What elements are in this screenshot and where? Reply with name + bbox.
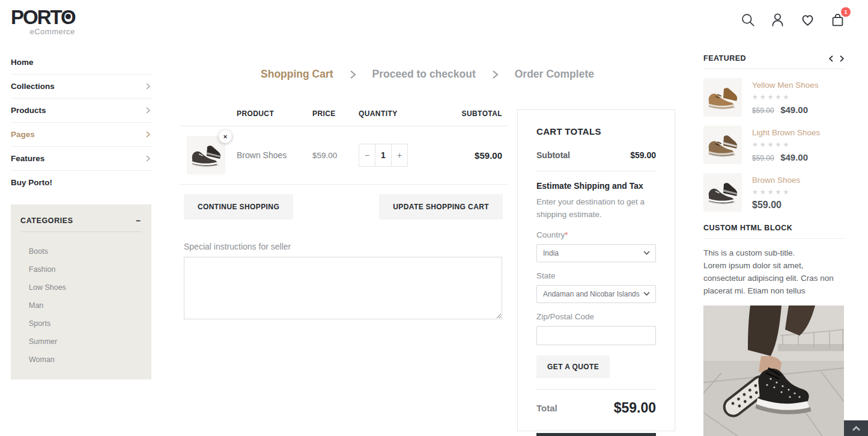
chevron-right-icon xyxy=(350,70,356,79)
step-shopping-cart[interactable]: Shopping Cart xyxy=(261,68,333,81)
sidebar-item-home[interactable]: Home xyxy=(11,51,151,75)
left-sidebar: Home Collections Products Pages Features… xyxy=(11,51,151,379)
light-brown-shoes-thumbnail[interactable] xyxy=(703,126,742,164)
quantity-stepper: − + xyxy=(359,144,408,167)
step-order-complete[interactable]: Order Complete xyxy=(515,68,594,81)
category-item-fashion[interactable]: Fashion xyxy=(29,265,142,274)
brown-shoes-image xyxy=(187,136,225,174)
custom-html-block: CUSTOM HTML BLOCK This is a custom sub-t… xyxy=(703,224,844,436)
rating-stars: ★★★★★ xyxy=(752,93,819,101)
sidebar-item-pages[interactable]: Pages xyxy=(11,123,151,147)
featured-carousel-arrows xyxy=(829,55,844,62)
yellow-men-shoes-image xyxy=(703,78,742,117)
yellow-men-shoes-thumbnail[interactable] xyxy=(703,78,742,117)
quantity-decrease-button[interactable]: − xyxy=(359,144,375,166)
continue-shopping-button[interactable]: CONTINUE SHOPPING xyxy=(184,194,293,220)
country-label: Country* xyxy=(536,230,656,239)
col-quantity: QUANTITY xyxy=(359,109,449,118)
custom-block-text: This is a custom sub-title. Lorem ipsum … xyxy=(703,247,844,298)
current-price: $59.00 xyxy=(752,200,782,210)
nav-label: Home xyxy=(11,58,34,67)
cart-totals-title: CART TOTALS xyxy=(536,126,656,137)
custom-block-title: CUSTOM HTML BLOCK xyxy=(703,224,792,232)
featured-product-link[interactable]: Light Brown Shoes xyxy=(752,128,820,137)
instructions-textarea[interactable] xyxy=(184,257,502,319)
zip-label: Zip/Postal Code xyxy=(536,312,656,321)
categories-header: CATEGORIES − xyxy=(20,216,142,232)
account-icon[interactable] xyxy=(769,11,786,28)
total-label: Total xyxy=(536,403,557,413)
sidebar-item-buy-porto[interactable]: Buy Porto! xyxy=(11,171,151,194)
nav-label: Collections xyxy=(11,82,55,91)
current-price: $49.00 xyxy=(780,152,808,162)
nav-label: Features xyxy=(11,154,44,163)
scroll-to-top-button[interactable] xyxy=(844,420,868,436)
required-asterisk: * xyxy=(565,230,568,239)
brown-shoes-thumbnail[interactable] xyxy=(703,173,742,212)
cart-table-header: PRODUCT PRICE QUANTITY SUBTOTAL xyxy=(180,109,507,126)
categories-title: CATEGORIES xyxy=(20,216,73,225)
product-thumbnail[interactable]: × xyxy=(187,136,225,174)
featured-product: Brown Shoes ★★★★★ $59.00 xyxy=(703,173,844,212)
step-proceed-to-checkout[interactable]: Proceed to checkout xyxy=(372,68,476,81)
featured-product: Yellow Men Shoes ★★★★★ $59.00 $49.00 xyxy=(703,78,844,117)
category-item-low-shoes[interactable]: Low Shoes xyxy=(29,283,142,292)
featured-product: Light Brown Shoes ★★★★★ $59.00 $49.00 xyxy=(703,126,844,164)
chevron-right-icon xyxy=(492,70,499,79)
page: PORTO eCommerce 1 Home Collections Produ… xyxy=(0,0,868,436)
total-row: Total $59.00 xyxy=(536,400,656,416)
category-item-sports[interactable]: Sports xyxy=(29,319,142,328)
quantity-input[interactable] xyxy=(375,144,391,166)
rating-stars: ★★★★★ xyxy=(752,141,820,149)
carousel-prev-icon[interactable] xyxy=(829,55,833,62)
estimate-hint: Enter your destination to get a shipping… xyxy=(536,196,656,221)
current-price: $49.00 xyxy=(780,105,808,115)
featured-header: FEATURED xyxy=(703,54,844,69)
product-name-link[interactable]: Brown Shoes xyxy=(237,150,312,160)
collapse-minus-icon[interactable]: − xyxy=(136,218,141,224)
categories-widget: CATEGORIES − Boots Fashion Low Shoes Man… xyxy=(11,204,151,379)
get-quote-button[interactable]: GET A QUOTE xyxy=(536,355,610,378)
estimate-title: Estimate Shipping and Tax xyxy=(536,181,656,191)
nav-label: Pages xyxy=(11,130,35,139)
subtotal-value: $59.00 xyxy=(630,150,656,160)
checkout-steps: Shopping Cart Proceed to checkout Order … xyxy=(180,68,675,81)
right-sidebar: FEATURED Yellow Men Shoes ★★★★★ xyxy=(703,54,844,436)
category-item-woman[interactable]: Woman xyxy=(29,355,142,364)
category-item-boots[interactable]: Boots xyxy=(29,247,142,256)
featured-product-link[interactable]: Brown Shoes xyxy=(752,176,800,185)
logo-dot xyxy=(65,14,71,19)
instructions-label: Special instructions for seller xyxy=(184,242,503,251)
featured-product-info: Brown Shoes ★★★★★ $59.00 xyxy=(752,173,800,212)
sidebar-item-features[interactable]: Features xyxy=(11,147,151,171)
update-cart-button[interactable]: UPDATE SHOPPING CART xyxy=(379,194,503,220)
wishlist-heart-icon[interactable] xyxy=(800,11,816,28)
logo-subtitle: eCommerce xyxy=(11,27,75,36)
cart-row: × Brown Shoes $59.00 − + $59.00 xyxy=(180,126,507,185)
featured-prices: $59.00 $49.00 xyxy=(752,105,819,115)
row-subtotal: $59.00 xyxy=(449,150,507,161)
custom-block-subtitle: This is a custom sub-title. xyxy=(703,247,844,260)
search-icon[interactable] xyxy=(739,11,756,28)
col-product: PRODUCT xyxy=(237,109,312,118)
proceed-to-checkout-button[interactable]: PROCEED TO CHECKOUT → xyxy=(536,433,656,436)
remove-item-button[interactable]: × xyxy=(219,130,232,143)
porto-logo[interactable]: PORTO eCommerce xyxy=(11,7,75,36)
state-select[interactable]: Andaman and Nicobar Islands xyxy=(536,285,656,303)
country-select[interactable]: India xyxy=(536,244,656,262)
cart-bag-icon[interactable]: 1 xyxy=(830,11,846,28)
chevron-down-icon xyxy=(643,292,650,296)
sidebar-item-collections[interactable]: Collections xyxy=(11,75,151,99)
seller-instructions: Special instructions for seller xyxy=(184,242,503,319)
category-item-summer[interactable]: Summer xyxy=(29,337,142,346)
category-item-man[interactable]: Man xyxy=(29,301,142,310)
zip-input[interactable] xyxy=(536,326,656,345)
col-price: PRICE xyxy=(312,109,359,118)
header-spacer xyxy=(180,109,237,118)
custom-block-body: Lorem ipsum dolor sit amet, consectetur … xyxy=(703,260,844,298)
carousel-next-icon[interactable] xyxy=(840,55,844,62)
featured-product-link[interactable]: Yellow Men Shoes xyxy=(752,81,819,90)
sidebar-item-products[interactable]: Products xyxy=(11,99,151,123)
quantity-increase-button[interactable]: + xyxy=(391,144,407,166)
featured-prices: $59.00 $49.00 xyxy=(752,152,820,163)
